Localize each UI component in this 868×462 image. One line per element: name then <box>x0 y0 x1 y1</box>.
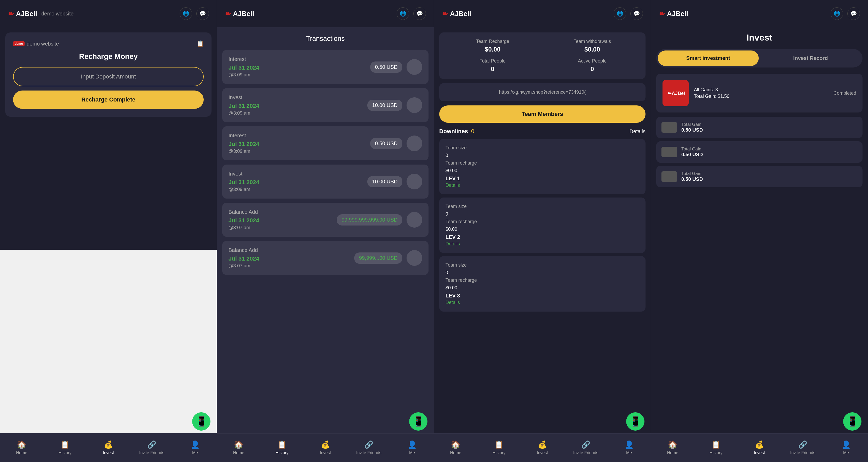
dl1-teamsize-val-row: 0 <box>445 153 639 158</box>
nav3-me-label: Me <box>626 451 632 455</box>
globe4-icon-btn[interactable]: 🌐 <box>831 7 843 20</box>
globe3-icon-btn[interactable]: 🌐 <box>614 7 626 20</box>
globe-icon-btn[interactable]: 🌐 <box>180 7 192 20</box>
demo-badge: demo demo website 📋 <box>13 40 204 47</box>
logo3-text: AJBell <box>450 10 471 18</box>
dl1-recharge-label: Team recharge <box>445 161 477 166</box>
nav2-history[interactable]: 📋 History <box>260 440 304 455</box>
home-icon: 🏠 <box>17 440 26 449</box>
globe2-icon-btn[interactable]: 🌐 <box>397 7 409 20</box>
nav3-invite[interactable]: 🔗 Invite Friends <box>564 440 607 455</box>
nav4-home[interactable]: 🏠 Home <box>651 440 694 455</box>
trans-amount-1: 0.50 USD <box>370 61 402 73</box>
home2-icon: 🏠 <box>234 440 243 449</box>
whatsapp-fab[interactable]: 📱 <box>192 412 211 431</box>
invest-main-info: All Gains: 3 Total Gain: $1.50 <box>694 87 828 99</box>
whatsapp-fab-2[interactable]: 📱 <box>409 412 428 431</box>
trans-time-1: @3:09:am <box>228 72 366 78</box>
nav3-home[interactable]: 🏠 Home <box>434 440 477 455</box>
panel1-main: demo demo website 📋 Recharge Money Input… <box>0 27 217 250</box>
nav2-home-label: Home <box>233 451 244 455</box>
recharge-complete-btn[interactable]: Recharge Complete <box>13 90 204 109</box>
nav-invest[interactable]: 💰 Invest <box>87 440 130 455</box>
dl3-teamsize-label: Team size <box>445 262 467 268</box>
invite3-icon: 🔗 <box>581 440 590 449</box>
me3-icon: 👤 <box>625 440 634 449</box>
nav4-invest[interactable]: 💰 Invest <box>738 440 781 455</box>
panel1-header: ❧ AJBell demo website 🌐 💬 <box>0 0 217 27</box>
nav-history[interactable]: 📋 History <box>43 440 87 455</box>
total-gain: Total Gain: $1.50 <box>694 94 828 99</box>
history-icon: 📋 <box>60 440 69 449</box>
downlines-details-link[interactable]: Details <box>629 128 646 135</box>
active-people-label: Active People <box>578 58 607 64</box>
dl3-teamsize-row: Team size <box>445 262 639 268</box>
nav4-history[interactable]: 📋 History <box>694 440 738 455</box>
demo-badge-icon: demo <box>13 41 25 46</box>
trans-info-1: Interest Jul 31 2024 @3:09:am <box>228 56 366 78</box>
input-deposit-btn[interactable]: Input Deposit Amount <box>13 67 204 86</box>
nav4-invite-label: Invite Friends <box>790 451 815 455</box>
panel-invest: ❧ AJBell 🌐 💬 Invest Smart investment Inv… <box>651 0 868 462</box>
nav2-me[interactable]: 👤 Me <box>390 440 434 455</box>
dl1-recharge-val-row: $0.00 <box>445 168 639 173</box>
transaction-item-6: Balance Add Jul 31 2024 @3:07:am 99,999.… <box>222 241 429 275</box>
dl1-teamsize-label: Team size <box>445 145 467 151</box>
nav4-invite[interactable]: 🔗 Invite Friends <box>781 440 824 455</box>
chat3-icon-btn[interactable]: 💬 <box>630 7 643 20</box>
chat2-icon-btn[interactable]: 💬 <box>413 7 426 20</box>
nav3-history[interactable]: 📋 History <box>477 440 521 455</box>
record-info-3: Total Gain 0.50 USD <box>681 171 857 182</box>
invest-tabs: Smart investment Invest Record <box>656 49 863 67</box>
team-content: Team Recharge $0.00 Team withdrawals $0.… <box>434 27 651 462</box>
nav-invite[interactable]: 🔗 Invite Friends <box>130 440 173 455</box>
trans-date-1: Jul 31 2024 <box>228 64 366 71</box>
history2-icon: 📋 <box>277 440 286 449</box>
all-gains-value: 3 <box>715 87 718 92</box>
nav-me[interactable]: 👤 Me <box>173 440 217 455</box>
nav3-me[interactable]: 👤 Me <box>607 440 651 455</box>
trans-type-1: Interest <box>228 56 366 62</box>
invite4-icon: 🔗 <box>798 440 807 449</box>
trans-time-4: @3:09:am <box>228 187 363 192</box>
panel2-header: ❧ AJBell 🌐 💬 <box>217 0 434 27</box>
nav4-me-label: Me <box>843 451 849 455</box>
nav2-home[interactable]: 🏠 Home <box>217 440 260 455</box>
nav2-invest[interactable]: 💰 Invest <box>304 440 347 455</box>
dl3-details[interactable]: Details <box>445 300 639 305</box>
smart-investment-tab[interactable]: Smart investment <box>658 51 759 66</box>
record-gain-val-1: 0.50 USD <box>681 127 857 133</box>
nav-home[interactable]: 🏠 Home <box>0 440 43 455</box>
chat-icon-btn[interactable]: 💬 <box>196 7 209 20</box>
whatsapp-fab-4[interactable]: 📱 <box>843 412 862 431</box>
nav2-invest-label: Invest <box>320 451 331 455</box>
nav4-me[interactable]: 👤 Me <box>824 440 868 455</box>
dl2-details[interactable]: Details <box>445 241 639 247</box>
transaction-item-5: Balance Add Jul 31 2024 @3:07:am 99,999,… <box>222 203 429 237</box>
nav-invest-label: Invest <box>103 451 114 455</box>
whatsapp-fab-3[interactable]: 📱 <box>626 412 645 431</box>
nav2-invite[interactable]: 🔗 Invite Friends <box>347 440 390 455</box>
trans-avatar-6 <box>407 250 422 266</box>
nav3-home-label: Home <box>450 451 461 455</box>
trans-info-2: Invest Jul 31 2024 @3:09:am <box>228 94 363 116</box>
invest-status: Completed <box>834 90 856 96</box>
team-withdrawals-label: Team withdrawals <box>574 39 611 44</box>
dl1-details[interactable]: Details <box>445 182 639 188</box>
trans-type-2: Invest <box>228 94 363 100</box>
invest-record-tab[interactable]: Invest Record <box>760 51 861 66</box>
trans-avatar-3 <box>407 136 422 151</box>
trans-date-3: Jul 31 2024 <box>228 141 366 148</box>
nav4-home-label: Home <box>667 451 678 455</box>
nav3-invest[interactable]: 💰 Invest <box>521 440 564 455</box>
dl3-lev: LEV 3 <box>445 293 639 299</box>
trans-info-5: Balance Add Jul 31 2024 @3:07:am <box>228 209 333 230</box>
chat4-icon-btn[interactable]: 💬 <box>847 7 860 20</box>
recharge-card: demo demo website 📋 Recharge Money Input… <box>5 32 212 117</box>
stat-active-people: Active People 0 <box>545 58 640 73</box>
trans-date-5: Jul 31 2024 <box>228 217 333 224</box>
dl2-recharge-row: Team recharge <box>445 219 639 225</box>
dl2-recharge-val-row: $0.00 <box>445 227 639 232</box>
logo2-icon: ❧ <box>225 9 231 18</box>
team-members-btn[interactable]: Team Members <box>439 106 646 123</box>
